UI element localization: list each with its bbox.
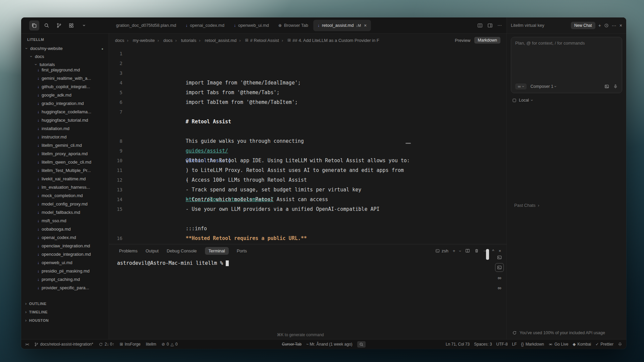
file-item[interactable]: prompt_caching.md	[21, 275, 109, 284]
file-item[interactable]: presidio_pii_masking.md	[21, 267, 109, 275]
explorer-button[interactable]	[29, 20, 39, 31]
sidebar-section[interactable]: TIMELINE	[21, 308, 109, 316]
file-item[interactable]: gemini_realtime_with_a...	[21, 74, 109, 82]
file-item[interactable]: gradio_integration.md	[21, 99, 109, 108]
panel-tab[interactable]: Terminal	[205, 247, 229, 255]
file-item[interactable]: litellm_gemini_cli.md	[21, 141, 109, 149]
file-item[interactable]: installation.md	[21, 124, 109, 133]
cursor-position[interactable]: Ln 71, Col 73	[446, 342, 470, 347]
panel-tab[interactable]: Problems	[119, 248, 138, 253]
sidebar-section[interactable]: OUTLINE	[21, 299, 109, 308]
more-actions-icon[interactable]: ⋯	[497, 23, 502, 28]
file-item[interactable]: mock_completion.md	[21, 191, 109, 200]
file-item[interactable]: github_copilot_integrati...	[21, 82, 109, 91]
panel-tab[interactable]: Ports	[237, 248, 247, 253]
chevron-down-icon[interactable]	[79, 20, 89, 31]
terminal-instance-icon[interactable]	[495, 253, 504, 262]
editor-tab[interactable]: openai_codex.md	[181, 20, 229, 31]
more-options-icon[interactable]: ⋯	[612, 23, 616, 28]
chat-input[interactable]	[515, 41, 618, 83]
new-terminal-icon[interactable]: +	[453, 248, 455, 253]
encoding[interactable]: UTF-8	[496, 342, 508, 347]
new-chat-button[interactable]: New Chat	[571, 22, 595, 29]
close-panel-icon[interactable]: ×	[620, 23, 622, 28]
prettier[interactable]: ✓ Prettier	[595, 342, 613, 347]
breadcrumb-item[interactable]: # Retool Assist	[236, 38, 279, 43]
insforge-status[interactable]: ⊞ InsForge	[120, 342, 141, 347]
breadcrumb-item[interactable]: ## 4. Add LiteLLM as a Custom Provider i…	[279, 38, 379, 43]
composer-selector[interactable]: Composer 1	[531, 84, 556, 89]
editor-tab[interactable]: gration_doc_d075fd58.plan.md	[109, 20, 180, 31]
workspace-name[interactable]: litellm	[146, 342, 156, 347]
terminal-instance-icon[interactable]	[495, 263, 504, 272]
tree-folder[interactable]: docs/my-website	[21, 44, 109, 52]
shell-indicator[interactable]: zsh	[435, 248, 448, 253]
cursor-tab-toggle[interactable]: Cursor Tab	[282, 342, 301, 347]
close-panel-icon[interactable]: ×	[498, 248, 501, 253]
file-item[interactable]: lm_evaluation_harness...	[21, 183, 109, 191]
preview-button[interactable]: Preview	[455, 38, 470, 43]
file-item[interactable]: huggingface_tutorial.md	[21, 116, 109, 124]
file-item[interactable]: first_playground.md	[21, 68, 109, 74]
git-branch[interactable]: docs/retool-assist-integration*	[34, 342, 93, 347]
terminal-output[interactable]: astrodevil@Astro-Mac-mini litellm %	[109, 257, 506, 266]
eol[interactable]: LF	[512, 342, 517, 347]
file-item[interactable]: model_config_proxy.md	[21, 200, 109, 208]
breadcrumb-item[interactable]: docs	[115, 38, 124, 43]
git-sync[interactable]: 2↓ 0↑	[99, 342, 114, 347]
remote-indicator[interactable]: ><	[25, 342, 29, 346]
search-button[interactable]	[42, 20, 52, 31]
split-terminal-icon[interactable]	[465, 248, 470, 253]
agent-terminal-icon[interactable]: ∞	[495, 283, 504, 292]
panel-tab[interactable]: Output	[146, 248, 159, 253]
notifications-bell-icon[interactable]	[618, 342, 622, 347]
close-tab-icon[interactable]: ×	[364, 23, 367, 28]
past-chats-link[interactable]: Past Chats	[514, 203, 539, 208]
file-item[interactable]: google_adk.md	[21, 91, 109, 99]
editor-tab[interactable]: retool_assist.md ↓M ×	[313, 20, 371, 31]
history-icon[interactable]	[604, 23, 609, 28]
file-item[interactable]: msft_sso.md	[21, 217, 109, 225]
breadcrumb-item[interactable]: retool_assist.md	[196, 38, 236, 43]
split-editor-icon[interactable]	[477, 23, 483, 28]
breadcrumb-item[interactable]: tutorials	[172, 38, 196, 43]
file-item[interactable]: openai_codex.md	[21, 233, 109, 242]
markdown-mode-button[interactable]: Markdown	[474, 37, 500, 44]
go-live[interactable]: Go Live	[548, 342, 568, 347]
model-selector[interactable]: ∞	[515, 83, 527, 89]
file-item[interactable]: litellm_Test_Multiple_Pr...	[21, 166, 109, 175]
source-control-button[interactable]	[54, 20, 64, 31]
editor-tab[interactable]: openweb_ui.md	[229, 20, 273, 31]
agent-terminal-icon[interactable]: ∞	[495, 273, 504, 282]
editor-tab[interactable]: Browser Tab	[274, 20, 313, 31]
git-blame[interactable]: ~ Mr. Ånand (1 week ago)	[306, 342, 353, 347]
file-item[interactable]: livekit_xai_realtime.md	[21, 175, 109, 183]
local-selector[interactable]: Local	[511, 98, 622, 103]
layout-panel-icon[interactable]	[487, 23, 493, 28]
voice-input-icon[interactable]	[613, 84, 618, 89]
search-icon[interactable]	[357, 341, 366, 348]
file-item[interactable]: instructor.md	[21, 133, 109, 141]
problems-indicator[interactable]: ⊘ 0 △ 0	[162, 342, 178, 347]
file-item[interactable]: litellm_proxy_aporia.md	[21, 149, 109, 158]
breadcrumb-item[interactable]: docs	[155, 38, 173, 43]
file-item[interactable]: openweb_ui.md	[21, 258, 109, 267]
terminal-scrollbar[interactable]	[486, 249, 489, 260]
file-item[interactable]: openclaw_integration.md	[21, 242, 109, 250]
indentation[interactable]: Spaces: 3	[474, 342, 492, 347]
tree-folder[interactable]: tutorials	[21, 60, 109, 68]
file-item[interactable]: opencode_integration.md	[21, 250, 109, 258]
chevron-down-icon[interactable]	[460, 248, 461, 253]
kombai[interactable]: ◆ Kombai	[573, 342, 591, 347]
file-item[interactable]: huggingface_codellama...	[21, 108, 109, 116]
sidebar-section[interactable]: HOUSTON	[21, 316, 109, 324]
file-item[interactable]: provider_specific_para...	[21, 284, 109, 292]
breadcrumb-item[interactable]: my-website	[124, 38, 155, 43]
kill-terminal-icon[interactable]	[474, 248, 479, 253]
workspace-title[interactable]: LITELLM	[21, 36, 109, 44]
file-item[interactable]: oobabooga.md	[21, 225, 109, 233]
attach-image-icon[interactable]	[604, 84, 609, 89]
extensions-button[interactable]	[66, 20, 76, 31]
add-chat-icon[interactable]: +	[598, 23, 601, 28]
file-item[interactable]: model_fallbacks.md	[21, 208, 109, 217]
